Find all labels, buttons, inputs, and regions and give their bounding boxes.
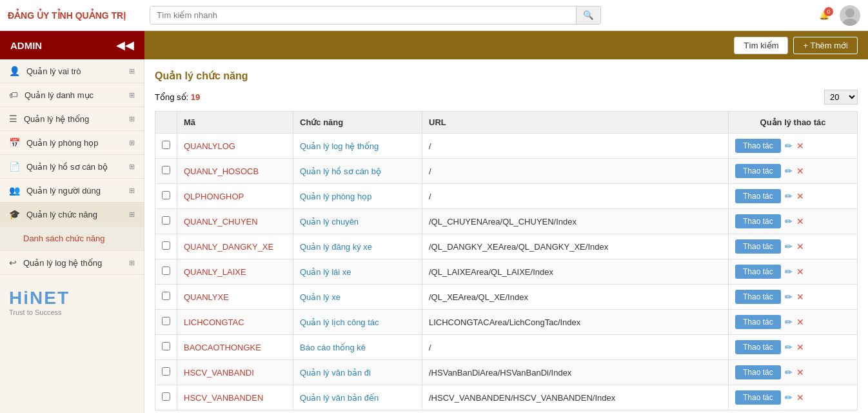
chucnang-link[interactable]: Quản lý văn bản đến	[300, 393, 379, 403]
row-checkbox[interactable]	[162, 166, 170, 174]
search-submit-button[interactable]: 🔍	[576, 6, 600, 24]
row-thaotac: Thao tác ✏ ✕	[729, 209, 858, 234]
thaotac-button[interactable]: Thao tác	[735, 239, 781, 254]
chucnang-link[interactable]: Báo cáo thống kê	[300, 343, 366, 352]
thaotac-button[interactable]: Thao tác	[735, 290, 781, 304]
ma-link[interactable]: BAOCAOTHONGKE	[184, 343, 261, 352]
chucnang-link[interactable]: Quản lý hồ sơ cán bộ	[300, 166, 381, 176]
thaotac-button[interactable]: Thao tác	[735, 340, 781, 354]
delete-icon[interactable]: ✕	[796, 191, 804, 201]
delete-icon[interactable]: ✕	[796, 267, 804, 277]
ma-link[interactable]: QUANLY_LAIXE	[184, 267, 246, 277]
thaotac-button[interactable]: Thao tác	[735, 265, 781, 279]
ma-link[interactable]: HSCV_VANBANDEN	[184, 393, 263, 403]
row-checkbox[interactable]	[162, 392, 170, 401]
thaotac-button[interactable]: Thao tác	[735, 139, 781, 153]
ma-link[interactable]: QLPHONGHOP	[184, 192, 244, 201]
search-bar[interactable]: 🔍	[150, 6, 601, 25]
row-checkbox[interactable]	[162, 216, 170, 225]
sidebar-item-quanly-log[interactable]: ↩ Quản lý log hệ thống ⊞	[0, 251, 144, 275]
chucnang-link[interactable]: Quản lý văn bản đi	[300, 368, 371, 378]
row-checkbox[interactable]	[162, 342, 170, 350]
row-url: /QL_CHUYENArea/QL_CHUYEN/Index	[422, 209, 729, 234]
ma-link[interactable]: HSCV_VANBANDI	[184, 368, 254, 378]
sidebar-item-quanly-hethong[interactable]: ☰ Quản lý hệ thống ⊞	[0, 107, 144, 131]
ma-link[interactable]: QUANLYXE	[184, 292, 229, 302]
row-checkbox[interactable]	[162, 317, 170, 325]
delete-icon[interactable]: ✕	[796, 241, 804, 252]
edit-icon[interactable]: ✏	[785, 342, 793, 352]
sidebar-item-quanly-hoso[interactable]: 📄 Quản lý hồ sơ cán bộ ⊞	[0, 155, 144, 179]
avatar[interactable]	[840, 5, 860, 26]
chucnang-link[interactable]: Quản lý phòng họp	[300, 192, 371, 201]
row-chucnang: Quản lý chuyên	[293, 209, 422, 234]
row-checkbox[interactable]	[162, 241, 170, 250]
sidebar-item-quanly-phonghop[interactable]: 📅 Quản lý phòng họp ⊞	[0, 131, 144, 155]
row-checkbox-cell	[155, 360, 177, 385]
chucnang-link[interactable]: Quản lý log hệ thống	[300, 141, 379, 151]
ma-link[interactable]: QUANLYLOG	[184, 141, 235, 151]
delete-icon[interactable]: ✕	[796, 216, 804, 227]
chucnang-link[interactable]: Quản lý xe	[300, 292, 340, 302]
log-icon: ↩	[9, 257, 17, 268]
row-ma: QLPHONGHOP	[177, 184, 293, 209]
row-checkbox[interactable]	[162, 141, 170, 149]
row-checkbox[interactable]	[162, 367, 170, 376]
delete-icon[interactable]: ✕	[796, 292, 804, 302]
user-icon: 👤	[9, 66, 20, 76]
sidebar-item-quanly-nguoidung[interactable]: 👥 Quản lý người dùng ⊞	[0, 179, 144, 203]
sidebar-item-quanly-vaitro[interactable]: 👤 Quản lý vai trò ⊞	[0, 59, 144, 83]
delete-icon[interactable]: ✕	[796, 141, 804, 151]
thaotac-button[interactable]: Thao tác	[735, 390, 781, 405]
sidebar-label-quanly-log: Quản lý log hệ thống	[23, 258, 102, 268]
system-icon: ☰	[9, 114, 17, 124]
edit-icon[interactable]: ✏	[785, 267, 793, 277]
expand-icon-hoso: ⊞	[129, 163, 135, 171]
edit-icon[interactable]: ✏	[785, 241, 793, 252]
delete-icon[interactable]: ✕	[796, 392, 804, 403]
collapse-sidebar-button[interactable]: ◀◀	[116, 38, 134, 52]
edit-icon[interactable]: ✏	[785, 392, 793, 403]
edit-icon[interactable]: ✏	[785, 367, 793, 378]
delete-icon[interactable]: ✕	[796, 342, 804, 352]
sidebar-item-quanly-danhmuc[interactable]: 🏷 Quản lý danh mục ⊞	[0, 83, 144, 107]
ma-link[interactable]: QUANLY_DANGKY_XE	[184, 242, 273, 252]
thaotac-button[interactable]: Thao tác	[735, 164, 781, 178]
thaotac-button[interactable]: Thao tác	[735, 189, 781, 203]
ma-link[interactable]: QUANLY_HOSOCB	[184, 166, 259, 176]
notification-icon[interactable]: 🔔 0	[819, 10, 829, 20]
thaotac-button[interactable]: Thao tác	[735, 214, 781, 228]
chucnang-link[interactable]: Quản lý chuyên	[300, 217, 359, 227]
delete-icon[interactable]: ✕	[796, 367, 804, 378]
sidebar-item-quanly-chucnang[interactable]: 🎓 Quản lý chức năng ⊞	[0, 203, 144, 227]
add-new-button[interactable]: + Thêm mới	[793, 37, 858, 54]
row-thaotac: Thao tác ✏ ✕	[729, 335, 858, 360]
sidebar-item-danhsach-chucnang[interactable]: Danh sách chức năng	[23, 229, 144, 248]
edit-icon[interactable]: ✏	[785, 216, 793, 227]
thaotac-button[interactable]: Thao tác	[735, 365, 781, 379]
delete-icon[interactable]: ✕	[796, 317, 804, 327]
edit-icon[interactable]: ✏	[785, 317, 793, 327]
row-checkbox[interactable]	[162, 292, 170, 300]
row-ma: BAOCAOTHONGKE	[177, 335, 293, 360]
thaotac-button[interactable]: Thao tác	[735, 315, 781, 329]
edit-icon[interactable]: ✏	[785, 166, 793, 176]
filter-search-button[interactable]: Tìm kiếm	[734, 37, 788, 54]
delete-icon[interactable]: ✕	[796, 166, 804, 176]
per-page-select[interactable]: 20 50 100	[824, 90, 858, 105]
ma-link[interactable]: QUANLY_CHUYEN	[184, 217, 258, 227]
row-checkbox-cell	[155, 285, 177, 310]
chucnang-link[interactable]: Quản lý lái xe	[300, 267, 351, 277]
chucnang-link[interactable]: Quản lý lịch công tác	[300, 317, 379, 327]
chucnang-link[interactable]: Quản lý đăng ký xe	[300, 242, 372, 252]
row-url: /HSVanBanDiArea/HSVanBanDi/Index	[422, 360, 729, 385]
search-input[interactable]	[150, 6, 576, 24]
ma-link[interactable]: LICHCONGTAC	[184, 317, 244, 327]
edit-icon[interactable]: ✏	[785, 191, 793, 201]
row-checkbox[interactable]	[162, 267, 170, 275]
edit-icon[interactable]: ✏	[785, 292, 793, 302]
row-checkbox[interactable]	[162, 191, 170, 199]
expand-icon-phonghop: ⊞	[129, 139, 135, 147]
edit-icon[interactable]: ✏	[785, 141, 793, 151]
row-url: /	[422, 159, 729, 184]
